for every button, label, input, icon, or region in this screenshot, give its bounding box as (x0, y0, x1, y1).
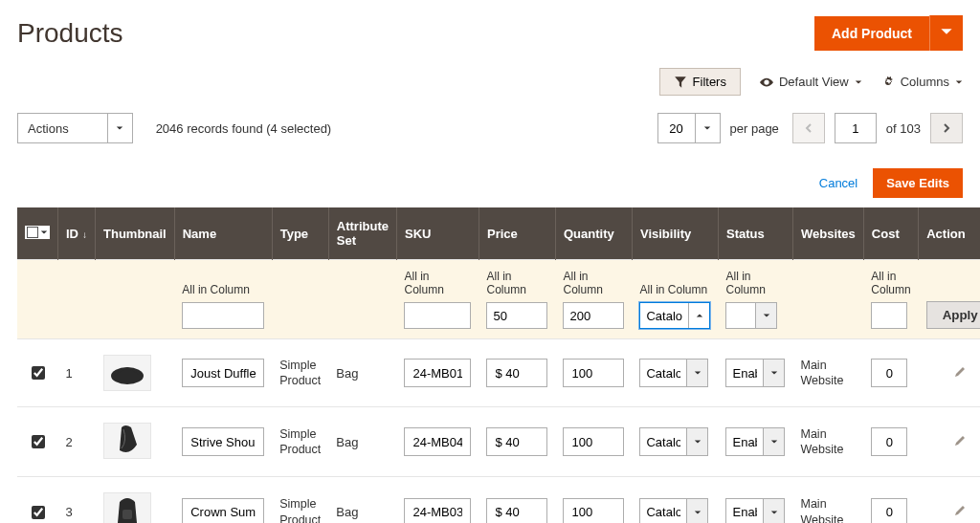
cell-attribute-set: Bag (328, 339, 396, 407)
save-edits-button[interactable]: Save Edits (873, 168, 963, 198)
status-select[interactable] (725, 359, 785, 387)
product-thumbnail[interactable] (103, 355, 151, 391)
column-header-action[interactable]: Action (919, 207, 980, 260)
product-thumbnail[interactable] (103, 492, 151, 523)
name-input[interactable] (182, 427, 264, 456)
column-header-price[interactable]: Price (479, 207, 555, 260)
filter-input-quantity[interactable] (563, 302, 624, 329)
column-header-quantity[interactable]: Quantity (555, 207, 632, 260)
row-checkbox[interactable] (32, 435, 45, 448)
actions-dropdown[interactable]: Actions (17, 113, 133, 143)
filter-select-status[interactable] (725, 302, 777, 329)
page-number-input[interactable] (835, 113, 877, 143)
status-value[interactable] (726, 499, 763, 524)
filter-select-status-value[interactable] (726, 303, 755, 328)
filter-input-sku[interactable] (404, 302, 471, 329)
caret-down-icon[interactable] (763, 360, 784, 386)
select-all-checkbox[interactable] (27, 227, 38, 238)
sku-input[interactable] (404, 498, 471, 524)
product-thumbnail[interactable] (103, 423, 151, 459)
cell-id: 1 (58, 339, 96, 407)
svg-rect-1 (122, 510, 132, 519)
filter-label-status: All in Column (725, 270, 785, 296)
visibility-select[interactable] (639, 427, 708, 456)
row-checkbox[interactable] (32, 506, 45, 519)
next-page-button[interactable] (930, 113, 963, 143)
column-header-status[interactable]: Status (718, 207, 792, 260)
apply-filters-button[interactable]: Apply (926, 301, 980, 329)
filter-input-price[interactable] (486, 302, 547, 329)
funnel-icon (674, 76, 687, 89)
status-value[interactable] (726, 428, 763, 455)
filter-select-visibility-value[interactable] (640, 303, 688, 328)
filter-label-cost: All in Column (871, 270, 910, 296)
cell-attribute-set: Bag (328, 407, 396, 477)
status-select[interactable] (725, 427, 785, 456)
filter-select-visibility[interactable] (639, 302, 710, 329)
edit-row-button[interactable] (953, 436, 967, 450)
columns-control[interactable]: Columns (881, 75, 963, 89)
caret-down-icon[interactable] (686, 499, 707, 524)
cancel-button[interactable]: Cancel (819, 176, 858, 190)
cost-input[interactable] (871, 359, 907, 387)
filters-button[interactable]: Filters (659, 68, 741, 96)
page-size-caret[interactable] (695, 114, 720, 142)
column-header-id[interactable]: ID↓ (58, 207, 96, 260)
caret-down-icon[interactable] (763, 428, 784, 455)
table-row: 2 SimpleProduct Bag MainWebsite (17, 407, 980, 477)
quantity-input[interactable] (563, 359, 624, 387)
column-header-visibility[interactable]: Visibility (632, 207, 718, 260)
cost-input[interactable] (871, 498, 907, 524)
cost-input[interactable] (871, 427, 907, 456)
row-checkbox[interactable] (32, 366, 45, 380)
add-product-dropdown[interactable] (929, 15, 963, 51)
actions-caret[interactable] (107, 114, 132, 142)
svg-point-0 (111, 367, 144, 384)
name-input[interactable] (182, 359, 264, 387)
quantity-input[interactable] (563, 498, 624, 524)
price-input[interactable] (486, 427, 547, 456)
column-header-sku[interactable]: SKU (396, 207, 479, 260)
sku-input[interactable] (404, 427, 471, 456)
quantity-input[interactable] (563, 427, 624, 456)
filter-label-sku: All in Column (404, 270, 471, 296)
column-header-attribute-set[interactable]: Attribute Set (328, 207, 396, 260)
column-header-checkbox[interactable] (17, 207, 58, 260)
name-input[interactable] (182, 498, 264, 524)
caret-down-icon[interactable] (755, 303, 776, 328)
column-header-websites[interactable]: Websites (792, 207, 863, 260)
filter-input-cost[interactable] (871, 302, 907, 329)
prev-page-button[interactable] (792, 113, 825, 143)
filter-input-name[interactable] (182, 302, 264, 329)
visibility-select[interactable] (639, 359, 708, 387)
page-size-input[interactable] (658, 114, 695, 142)
status-value[interactable] (726, 360, 763, 386)
caret-up-icon[interactable] (688, 303, 709, 328)
cell-type: SimpleProduct (279, 426, 321, 458)
column-header-type[interactable]: Type (272, 207, 328, 260)
status-select[interactable] (725, 498, 785, 524)
caret-down-icon[interactable] (686, 428, 707, 455)
visibility-value[interactable] (640, 428, 686, 455)
edit-row-button[interactable] (953, 367, 967, 381)
add-product-button[interactable]: Add Product (814, 16, 929, 51)
sku-input[interactable] (404, 359, 471, 387)
caret-down-icon[interactable] (763, 499, 784, 524)
column-header-cost[interactable]: Cost (863, 207, 918, 260)
visibility-select[interactable] (639, 498, 708, 524)
edit-row-button[interactable] (953, 506, 967, 520)
price-input[interactable] (486, 498, 547, 524)
records-found: 2046 records found (4 selected) (156, 121, 332, 136)
visibility-value[interactable] (640, 360, 686, 386)
default-view-control[interactable]: Default View (760, 75, 862, 89)
page-size-control[interactable] (657, 113, 721, 143)
column-header-thumbnail[interactable]: Thumbnail (96, 207, 175, 260)
caret-down-icon[interactable] (686, 360, 707, 386)
cell-websites: MainWebsite (800, 496, 856, 523)
price-input[interactable] (486, 359, 547, 387)
cell-id: 3 (58, 477, 96, 524)
chevron-left-icon (805, 123, 813, 133)
column-header-name[interactable]: Name (174, 207, 272, 260)
visibility-value[interactable] (640, 499, 686, 524)
pencil-icon (953, 504, 967, 517)
